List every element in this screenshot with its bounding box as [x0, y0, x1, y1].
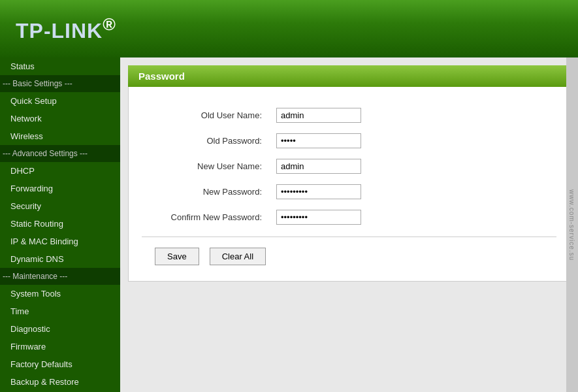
sidebar-item-basic-settings-header: --- Basic Settings ---	[0, 75, 120, 92]
old-username-cell	[272, 103, 556, 128]
main-layout: Status--- Basic Settings ---Quick SetupN…	[0, 57, 578, 392]
sidebar-item-quick-setup[interactable]: Quick Setup	[0, 92, 120, 110]
section-title: Password	[128, 65, 570, 87]
new-password-row: New Password:	[142, 179, 556, 204]
sidebar-item-ip-mac-binding[interactable]: IP & MAC Binding	[0, 233, 120, 250]
sidebar-item-wireless[interactable]: Wireless	[0, 127, 120, 145]
save-button[interactable]: Save	[155, 248, 199, 265]
sidebar-item-security[interactable]: Security	[0, 197, 120, 215]
sidebar-item-dhcp[interactable]: DHCP	[0, 162, 120, 180]
watermark: www.com-service.su	[566, 57, 578, 392]
header: TP-LINK®	[0, 0, 578, 57]
old-username-label: Old User Name:	[142, 103, 272, 128]
password-form: Old User Name: Old Password: New User Na…	[142, 103, 556, 230]
sidebar-item-static-routing[interactable]: Static Routing	[0, 215, 120, 233]
sidebar-item-backup-restore[interactable]: Backup & Restore	[0, 373, 120, 391]
new-password-input[interactable]	[276, 184, 361, 199]
new-password-label: New Password:	[142, 179, 272, 204]
sidebar-item-maintenance-header: --- Maintenance ---	[0, 268, 120, 285]
logo: TP-LINK®	[16, 14, 116, 43]
content-area: Password Old User Name: Old Password: Ne…	[120, 57, 578, 392]
new-username-cell	[272, 154, 556, 179]
new-username-row: New User Name:	[142, 154, 556, 179]
new-username-label: New User Name:	[142, 154, 272, 179]
new-username-input[interactable]	[276, 159, 361, 174]
confirm-password-label: Confirm New Password:	[142, 204, 272, 230]
sidebar-item-forwarding[interactable]: Forwarding	[0, 180, 120, 197]
sidebar-item-status[interactable]: Status	[0, 57, 120, 75]
sidebar-item-firmware[interactable]: Firmware	[0, 338, 120, 355]
new-password-cell	[272, 179, 556, 204]
confirm-password-row: Confirm New Password:	[142, 204, 556, 230]
old-username-row: Old User Name:	[142, 103, 556, 128]
sidebar-item-diagnostic[interactable]: Diagnostic	[0, 320, 120, 338]
sidebar-item-factory-defaults[interactable]: Factory Defaults	[0, 355, 120, 373]
section-body: Old User Name: Old Password: New User Na…	[128, 87, 570, 282]
sidebar: Status--- Basic Settings ---Quick SetupN…	[0, 57, 120, 392]
old-password-row: Old Password:	[142, 128, 556, 154]
watermark-text: www.com-service.su	[569, 189, 576, 260]
sidebar-item-system-tools[interactable]: System Tools	[0, 285, 120, 302]
clear-all-button[interactable]: Clear All	[210, 248, 266, 265]
old-password-label: Old Password:	[142, 128, 272, 154]
old-username-input[interactable]	[276, 108, 361, 123]
sidebar-item-advanced-settings-header: --- Advanced Settings ---	[0, 145, 120, 162]
logo-text: TP-LINK	[16, 19, 103, 42]
confirm-password-input[interactable]	[276, 210, 361, 225]
sidebar-item-network[interactable]: Network	[0, 110, 120, 127]
sidebar-item-dynamic-dns[interactable]: Dynamic DNS	[0, 250, 120, 268]
form-divider	[142, 237, 556, 237]
confirm-password-cell	[272, 204, 556, 230]
logo-suffix: ®	[103, 14, 116, 34]
old-password-input[interactable]	[276, 133, 361, 148]
sidebar-item-time[interactable]: Time	[0, 302, 120, 320]
button-row: Save Clear All	[142, 248, 556, 265]
old-password-cell	[272, 128, 556, 154]
